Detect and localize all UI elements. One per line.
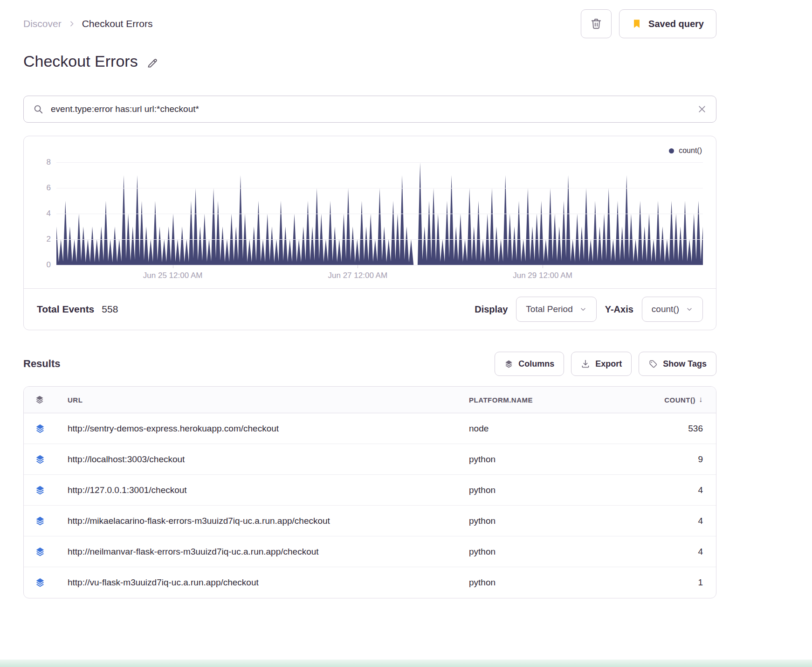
results-heading: Results bbox=[23, 358, 60, 370]
layers-icon[interactable] bbox=[35, 516, 68, 526]
table-row[interactable]: http://sentry-demos-express.herokuapp.co… bbox=[24, 413, 716, 444]
yaxis-value: count() bbox=[652, 304, 679, 314]
title-row: Checkout Errors bbox=[23, 52, 716, 70]
download-icon bbox=[581, 359, 590, 368]
search-bar bbox=[23, 96, 716, 123]
breadcrumb-current: Checkout Errors bbox=[82, 18, 153, 29]
display-select[interactable]: Total Period bbox=[516, 297, 596, 322]
breadcrumb: Discover Checkout Errors bbox=[23, 18, 152, 29]
total-events-value: 558 bbox=[102, 304, 118, 315]
x-tick-mark bbox=[358, 265, 358, 268]
count-header-label: COUNT() bbox=[664, 396, 695, 404]
page-title: Checkout Errors bbox=[23, 52, 138, 70]
trash-icon bbox=[590, 18, 602, 30]
cell-url[interactable]: http://mikaelacarino-flask-errors-m3uuiz… bbox=[68, 516, 469, 526]
table-body: http://sentry-demos-express.herokuapp.co… bbox=[24, 413, 716, 598]
layers-icon bbox=[504, 360, 513, 368]
edit-title-icon[interactable] bbox=[146, 57, 158, 69]
saved-query-button[interactable]: Saved query bbox=[619, 9, 716, 38]
layers-icon[interactable] bbox=[35, 577, 68, 588]
cell-platform: python bbox=[469, 485, 623, 495]
columns-button[interactable]: Columns bbox=[495, 352, 564, 376]
chevron-right-icon bbox=[68, 20, 76, 28]
chart-legend[interactable]: count() bbox=[37, 146, 702, 155]
chart-card: count() 02468 Jun 25 12:00 AMJun 27 12:0… bbox=[23, 136, 716, 330]
show-tags-button[interactable]: Show Tags bbox=[639, 352, 716, 376]
column-header-count[interactable]: COUNT() ↓ bbox=[623, 395, 703, 404]
cell-platform: python bbox=[469, 547, 623, 557]
topbar-actions: Saved query bbox=[581, 9, 716, 38]
layers-icon[interactable] bbox=[35, 454, 68, 465]
cell-platform: python bbox=[469, 516, 623, 526]
cell-url[interactable]: http://vu-flask-m3uuizd7iq-uc.a.run.app/… bbox=[68, 577, 469, 588]
display-value: Total Period bbox=[526, 304, 572, 314]
cell-count: 9 bbox=[623, 454, 703, 465]
cell-count: 536 bbox=[623, 424, 703, 434]
saved-query-label: Saved query bbox=[648, 19, 704, 29]
y-tick-label: 2 bbox=[47, 235, 51, 244]
cell-count: 4 bbox=[623, 516, 703, 526]
discover-page: Discover Checkout Errors Saved query Che… bbox=[0, 9, 716, 598]
x-tick-label: Jun 25 12:00 AM bbox=[143, 271, 203, 280]
cell-platform: python bbox=[469, 454, 623, 465]
results-actions: Columns Export Show Tags bbox=[495, 352, 716, 376]
gridline bbox=[56, 239, 703, 240]
breadcrumb-discover[interactable]: Discover bbox=[23, 18, 62, 29]
cell-url[interactable]: http://sentry-demos-express.herokuapp.co… bbox=[68, 424, 469, 434]
cell-url[interactable]: http://neilmanvar-flask-errors-m3uuizd7i… bbox=[68, 547, 469, 557]
cell-url[interactable]: http://127.0.0.1:3001/checkout bbox=[68, 485, 469, 495]
cell-platform: python bbox=[469, 577, 623, 588]
chevron-down-icon bbox=[686, 306, 693, 313]
column-header-platform[interactable]: PLATFORM.NAME bbox=[469, 396, 623, 404]
search-input[interactable] bbox=[50, 104, 691, 115]
table-row[interactable]: http://vu-flask-m3uuizd7iq-uc.a.run.app/… bbox=[24, 567, 716, 598]
x-tick-mark bbox=[543, 265, 543, 268]
delete-query-button[interactable] bbox=[581, 9, 612, 38]
y-tick-label: 0 bbox=[47, 260, 51, 270]
cell-count: 1 bbox=[623, 577, 703, 588]
cell-count: 4 bbox=[623, 547, 703, 557]
results-header: Results Columns Export Show Tags bbox=[23, 352, 716, 376]
layers-icon[interactable] bbox=[35, 547, 68, 557]
chart-controls: Display Total Period Y-Axis count() bbox=[475, 297, 703, 322]
cell-url[interactable]: http://localhost:3003/checkout bbox=[68, 454, 469, 465]
table-row[interactable]: http://localhost:3003/checkout python 9 bbox=[24, 444, 716, 475]
y-tick-label: 6 bbox=[47, 183, 51, 193]
yaxis-label: Y-Axis bbox=[605, 304, 633, 315]
results-table: URL PLATFORM.NAME COUNT() ↓ http://sentr… bbox=[23, 386, 716, 598]
chevron-down-icon bbox=[579, 306, 587, 313]
column-header-url[interactable]: URL bbox=[68, 396, 469, 404]
export-button[interactable]: Export bbox=[571, 352, 632, 376]
legend-dot bbox=[669, 148, 674, 153]
legend-label: count() bbox=[679, 146, 702, 155]
chart-plot bbox=[56, 162, 703, 265]
bottom-strip bbox=[0, 660, 812, 667]
layers-icon[interactable] bbox=[35, 485, 68, 495]
display-label: Display bbox=[475, 304, 508, 315]
table-row[interactable]: http://mikaelacarino-flask-errors-m3uuiz… bbox=[24, 506, 716, 536]
chart-footer: Total Events 558 Display Total Period Y-… bbox=[24, 288, 716, 330]
total-events-label: Total Events bbox=[37, 304, 94, 315]
gridline bbox=[56, 188, 703, 188]
gridline bbox=[56, 162, 703, 163]
bookmark-icon bbox=[632, 19, 642, 29]
tag-icon bbox=[648, 359, 658, 368]
x-axis: Jun 25 12:00 AMJun 27 12:00 AMJun 29 12:… bbox=[56, 265, 703, 285]
layers-icon[interactable] bbox=[35, 424, 68, 434]
x-tick-label: Jun 29 12:00 AM bbox=[513, 271, 572, 280]
clear-search-icon[interactable] bbox=[697, 104, 707, 114]
y-axis: 02468 bbox=[37, 162, 56, 265]
table-header-row: URL PLATFORM.NAME COUNT() ↓ bbox=[24, 387, 716, 413]
x-tick-mark bbox=[173, 265, 173, 268]
export-label: Export bbox=[595, 359, 622, 369]
y-tick-label: 4 bbox=[47, 209, 51, 218]
sort-desc-icon: ↓ bbox=[699, 395, 703, 404]
search-icon bbox=[33, 104, 43, 114]
table-row[interactable]: http://127.0.0.1:3001/checkout python 4 bbox=[24, 475, 716, 506]
gridline bbox=[56, 214, 703, 214]
table-row[interactable]: http://neilmanvar-flask-errors-m3uuizd7i… bbox=[24, 536, 716, 567]
layers-icon[interactable] bbox=[35, 395, 68, 404]
y-tick-label: 8 bbox=[47, 158, 51, 167]
plot-row: 02468 bbox=[37, 162, 703, 265]
yaxis-select[interactable]: count() bbox=[642, 297, 703, 322]
